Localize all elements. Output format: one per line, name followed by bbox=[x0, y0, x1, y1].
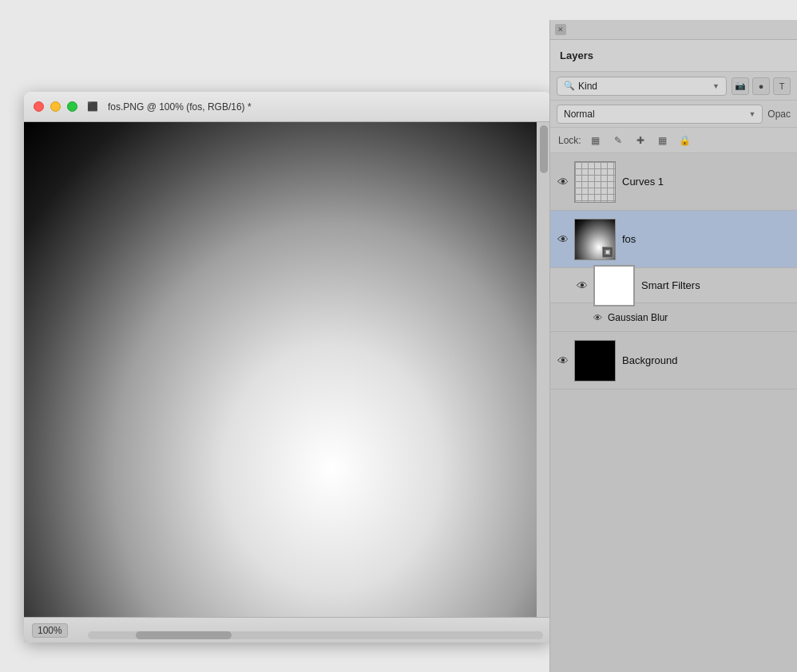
kind-filter-row: 🔍 Kind ▼ 📷 ● T bbox=[550, 72, 797, 101]
layer-thumbnail-smart-filters bbox=[593, 265, 635, 306]
blend-chevron-icon: ▼ bbox=[748, 110, 755, 118]
window-title: fos.PNG @ 100% (fos, RGB/16) * bbox=[108, 101, 252, 113]
lock-move-icon[interactable]: ✚ bbox=[632, 132, 648, 148]
ps-icon: ⬛ bbox=[87, 101, 98, 112]
layer-name-smart-filters: Smart Filters bbox=[641, 279, 792, 291]
blend-mode-label: Normal bbox=[564, 109, 748, 120]
panel-close-button[interactable]: ✕ bbox=[555, 24, 566, 35]
search-icon: 🔍 bbox=[564, 81, 575, 91]
window-titlebar: ⬛ fos.PNG @ 100% (fos, RGB/16) * bbox=[24, 92, 551, 122]
text-filter-icon[interactable]: T bbox=[773, 77, 791, 95]
layer-item-smart-filters[interactable]: 👁 Smart Filters bbox=[550, 268, 797, 303]
scrollbar-vertical-thumb[interactable] bbox=[540, 125, 548, 173]
smart-object-badge-icon: ▣ bbox=[602, 247, 613, 258]
chevron-down-icon: ▼ bbox=[712, 82, 720, 90]
lock-brush-icon[interactable]: ✎ bbox=[610, 132, 626, 148]
panel-close-row: ✕ bbox=[550, 20, 797, 40]
layers-panel-title: Layers bbox=[560, 49, 593, 61]
layer-name-curves1: Curves 1 bbox=[622, 176, 792, 188]
scrollbar-vertical[interactable] bbox=[538, 122, 549, 617]
layers-panel: ✕ Layers 🔍 Kind ▼ 📷 ● T Normal ▼ Opac Lo… bbox=[549, 20, 797, 672]
opacity-label: Opac bbox=[767, 109, 791, 120]
layers-list: 👁 Curves 1 👁 ▣ fos 👁 Smart Filters 👁 Gau… bbox=[550, 153, 797, 672]
eye-icon-fos[interactable]: 👁 bbox=[555, 231, 571, 247]
layer-item-gaussian-blur[interactable]: 👁 Gaussian Blur bbox=[550, 303, 797, 332]
blend-mode-row: Normal ▼ Opac bbox=[550, 101, 797, 128]
layer-thumbnail-fos: ▣ bbox=[574, 219, 616, 260]
curves-grid-icon bbox=[575, 162, 615, 202]
eye-icon-smart-filters[interactable]: 👁 bbox=[574, 278, 590, 294]
status-bar: 100% bbox=[24, 617, 551, 642]
lock-padlock-icon[interactable]: 🔒 bbox=[677, 132, 693, 148]
layers-header: Layers bbox=[550, 40, 797, 72]
canvas-image bbox=[24, 122, 537, 617]
close-button[interactable] bbox=[34, 101, 44, 112]
kind-label: Kind bbox=[578, 81, 712, 92]
layer-name-background: Background bbox=[622, 354, 792, 366]
lock-row: Lock: ▦ ✎ ✚ ▦ 🔒 bbox=[550, 128, 797, 153]
layer-thumbnail-curves1 bbox=[574, 161, 616, 203]
canvas-area[interactable] bbox=[24, 122, 537, 617]
minimize-button[interactable] bbox=[50, 101, 61, 112]
layer-name-gaussian-blur: Gaussian Blur bbox=[608, 312, 668, 323]
kind-dropdown[interactable]: 🔍 Kind ▼ bbox=[557, 77, 727, 96]
eye-icon-gaussian-blur[interactable]: 👁 bbox=[590, 310, 605, 325]
scrollbar-horizontal[interactable] bbox=[88, 631, 543, 639]
scrollbar-horizontal-thumb[interactable] bbox=[136, 631, 232, 639]
filter-icons: 📷 ● T bbox=[732, 77, 791, 95]
layer-name-fos: fos bbox=[622, 233, 792, 245]
layer-item-background[interactable]: 👁 Background bbox=[550, 332, 797, 389]
circle-filter-icon[interactable]: ● bbox=[752, 77, 770, 95]
blend-mode-dropdown[interactable]: Normal ▼ bbox=[557, 105, 763, 124]
window-content: 100% bbox=[24, 122, 551, 642]
maximize-button[interactable] bbox=[67, 101, 77, 112]
lock-label: Lock: bbox=[558, 135, 581, 146]
lock-crop-icon[interactable]: ▦ bbox=[655, 132, 671, 148]
eye-icon-curves1[interactable]: 👁 bbox=[555, 174, 571, 190]
image-filter-icon[interactable]: 📷 bbox=[732, 77, 749, 95]
zoom-level: 100% bbox=[32, 623, 68, 638]
lock-grid-icon[interactable]: ▦ bbox=[588, 132, 604, 148]
layer-item-fos[interactable]: 👁 ▣ fos bbox=[550, 211, 797, 268]
layer-item-curves1[interactable]: 👁 Curves 1 bbox=[550, 153, 797, 211]
canvas-window: ⬛ fos.PNG @ 100% (fos, RGB/16) * 100% bbox=[24, 92, 551, 642]
eye-icon-background[interactable]: 👁 bbox=[555, 353, 571, 369]
layer-thumbnail-background bbox=[574, 340, 616, 381]
